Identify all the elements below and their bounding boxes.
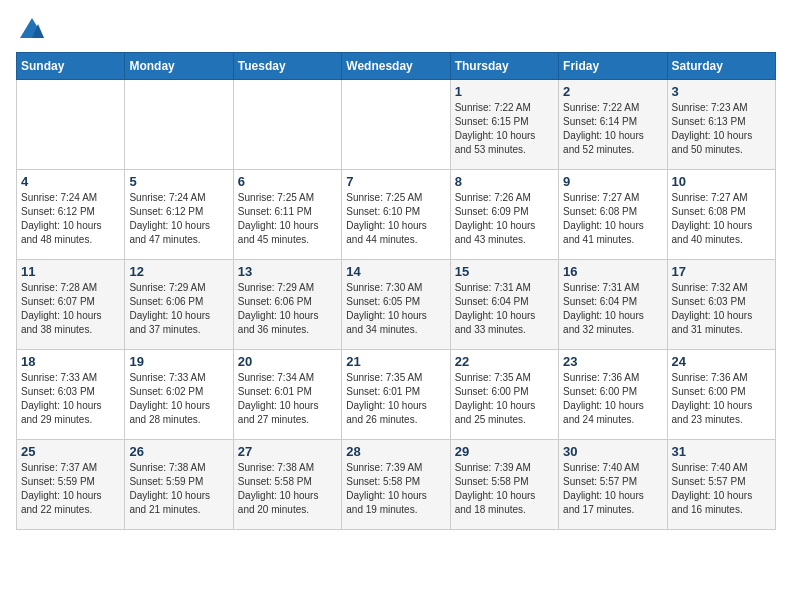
header-wednesday: Wednesday: [342, 53, 450, 80]
day-number: 4: [21, 174, 120, 189]
day-number: 6: [238, 174, 337, 189]
page-header: [16, 16, 776, 44]
day-cell: 4Sunrise: 7:24 AM Sunset: 6:12 PM Daylig…: [17, 170, 125, 260]
day-cell: 28Sunrise: 7:39 AM Sunset: 5:58 PM Dayli…: [342, 440, 450, 530]
day-cell: 21Sunrise: 7:35 AM Sunset: 6:01 PM Dayli…: [342, 350, 450, 440]
day-number: 8: [455, 174, 554, 189]
week-row-1: 4Sunrise: 7:24 AM Sunset: 6:12 PM Daylig…: [17, 170, 776, 260]
header-sunday: Sunday: [17, 53, 125, 80]
day-number: 30: [563, 444, 662, 459]
day-cell: 19Sunrise: 7:33 AM Sunset: 6:02 PM Dayli…: [125, 350, 233, 440]
day-cell: [233, 80, 341, 170]
day-number: 17: [672, 264, 771, 279]
day-number: 28: [346, 444, 445, 459]
day-number: 18: [21, 354, 120, 369]
day-number: 27: [238, 444, 337, 459]
day-cell: [342, 80, 450, 170]
day-cell: 29Sunrise: 7:39 AM Sunset: 5:58 PM Dayli…: [450, 440, 558, 530]
day-info: Sunrise: 7:29 AM Sunset: 6:06 PM Dayligh…: [129, 281, 228, 337]
day-info: Sunrise: 7:28 AM Sunset: 6:07 PM Dayligh…: [21, 281, 120, 337]
day-number: 29: [455, 444, 554, 459]
day-info: Sunrise: 7:24 AM Sunset: 6:12 PM Dayligh…: [21, 191, 120, 247]
day-cell: 16Sunrise: 7:31 AM Sunset: 6:04 PM Dayli…: [559, 260, 667, 350]
day-info: Sunrise: 7:40 AM Sunset: 5:57 PM Dayligh…: [563, 461, 662, 517]
day-cell: [17, 80, 125, 170]
day-cell: 20Sunrise: 7:34 AM Sunset: 6:01 PM Dayli…: [233, 350, 341, 440]
day-cell: 13Sunrise: 7:29 AM Sunset: 6:06 PM Dayli…: [233, 260, 341, 350]
day-number: 19: [129, 354, 228, 369]
day-info: Sunrise: 7:39 AM Sunset: 5:58 PM Dayligh…: [455, 461, 554, 517]
week-row-3: 18Sunrise: 7:33 AM Sunset: 6:03 PM Dayli…: [17, 350, 776, 440]
day-info: Sunrise: 7:35 AM Sunset: 6:01 PM Dayligh…: [346, 371, 445, 427]
day-number: 12: [129, 264, 228, 279]
header-thursday: Thursday: [450, 53, 558, 80]
day-info: Sunrise: 7:32 AM Sunset: 6:03 PM Dayligh…: [672, 281, 771, 337]
day-cell: 17Sunrise: 7:32 AM Sunset: 6:03 PM Dayli…: [667, 260, 775, 350]
day-cell: 10Sunrise: 7:27 AM Sunset: 6:08 PM Dayli…: [667, 170, 775, 260]
day-cell: 7Sunrise: 7:25 AM Sunset: 6:10 PM Daylig…: [342, 170, 450, 260]
day-number: 23: [563, 354, 662, 369]
day-cell: 5Sunrise: 7:24 AM Sunset: 6:12 PM Daylig…: [125, 170, 233, 260]
day-info: Sunrise: 7:31 AM Sunset: 6:04 PM Dayligh…: [563, 281, 662, 337]
day-cell: 2Sunrise: 7:22 AM Sunset: 6:14 PM Daylig…: [559, 80, 667, 170]
day-info: Sunrise: 7:35 AM Sunset: 6:00 PM Dayligh…: [455, 371, 554, 427]
day-number: 2: [563, 84, 662, 99]
logo-icon: [18, 16, 46, 44]
day-info: Sunrise: 7:25 AM Sunset: 6:11 PM Dayligh…: [238, 191, 337, 247]
week-row-0: 1Sunrise: 7:22 AM Sunset: 6:15 PM Daylig…: [17, 80, 776, 170]
day-cell: 6Sunrise: 7:25 AM Sunset: 6:11 PM Daylig…: [233, 170, 341, 260]
day-cell: 27Sunrise: 7:38 AM Sunset: 5:58 PM Dayli…: [233, 440, 341, 530]
day-number: 10: [672, 174, 771, 189]
day-info: Sunrise: 7:37 AM Sunset: 5:59 PM Dayligh…: [21, 461, 120, 517]
day-info: Sunrise: 7:26 AM Sunset: 6:09 PM Dayligh…: [455, 191, 554, 247]
day-cell: [125, 80, 233, 170]
day-cell: 1Sunrise: 7:22 AM Sunset: 6:15 PM Daylig…: [450, 80, 558, 170]
day-number: 15: [455, 264, 554, 279]
day-cell: 18Sunrise: 7:33 AM Sunset: 6:03 PM Dayli…: [17, 350, 125, 440]
day-number: 3: [672, 84, 771, 99]
day-info: Sunrise: 7:22 AM Sunset: 6:14 PM Dayligh…: [563, 101, 662, 157]
day-info: Sunrise: 7:36 AM Sunset: 6:00 PM Dayligh…: [672, 371, 771, 427]
header-tuesday: Tuesday: [233, 53, 341, 80]
week-row-4: 25Sunrise: 7:37 AM Sunset: 5:59 PM Dayli…: [17, 440, 776, 530]
day-number: 11: [21, 264, 120, 279]
day-cell: 30Sunrise: 7:40 AM Sunset: 5:57 PM Dayli…: [559, 440, 667, 530]
day-cell: 23Sunrise: 7:36 AM Sunset: 6:00 PM Dayli…: [559, 350, 667, 440]
day-number: 7: [346, 174, 445, 189]
week-row-2: 11Sunrise: 7:28 AM Sunset: 6:07 PM Dayli…: [17, 260, 776, 350]
day-cell: 8Sunrise: 7:26 AM Sunset: 6:09 PM Daylig…: [450, 170, 558, 260]
day-number: 21: [346, 354, 445, 369]
day-info: Sunrise: 7:29 AM Sunset: 6:06 PM Dayligh…: [238, 281, 337, 337]
day-cell: 11Sunrise: 7:28 AM Sunset: 6:07 PM Dayli…: [17, 260, 125, 350]
day-info: Sunrise: 7:27 AM Sunset: 6:08 PM Dayligh…: [563, 191, 662, 247]
day-cell: 24Sunrise: 7:36 AM Sunset: 6:00 PM Dayli…: [667, 350, 775, 440]
day-number: 22: [455, 354, 554, 369]
day-number: 25: [21, 444, 120, 459]
day-info: Sunrise: 7:40 AM Sunset: 5:57 PM Dayligh…: [672, 461, 771, 517]
day-number: 13: [238, 264, 337, 279]
day-info: Sunrise: 7:30 AM Sunset: 6:05 PM Dayligh…: [346, 281, 445, 337]
day-cell: 31Sunrise: 7:40 AM Sunset: 5:57 PM Dayli…: [667, 440, 775, 530]
day-number: 16: [563, 264, 662, 279]
day-info: Sunrise: 7:33 AM Sunset: 6:03 PM Dayligh…: [21, 371, 120, 427]
calendar-table: SundayMondayTuesdayWednesdayThursdayFrid…: [16, 52, 776, 530]
day-info: Sunrise: 7:39 AM Sunset: 5:58 PM Dayligh…: [346, 461, 445, 517]
day-number: 31: [672, 444, 771, 459]
day-number: 24: [672, 354, 771, 369]
day-cell: 3Sunrise: 7:23 AM Sunset: 6:13 PM Daylig…: [667, 80, 775, 170]
day-info: Sunrise: 7:33 AM Sunset: 6:02 PM Dayligh…: [129, 371, 228, 427]
day-info: Sunrise: 7:34 AM Sunset: 6:01 PM Dayligh…: [238, 371, 337, 427]
day-info: Sunrise: 7:24 AM Sunset: 6:12 PM Dayligh…: [129, 191, 228, 247]
day-info: Sunrise: 7:22 AM Sunset: 6:15 PM Dayligh…: [455, 101, 554, 157]
header-monday: Monday: [125, 53, 233, 80]
day-cell: 9Sunrise: 7:27 AM Sunset: 6:08 PM Daylig…: [559, 170, 667, 260]
day-cell: 12Sunrise: 7:29 AM Sunset: 6:06 PM Dayli…: [125, 260, 233, 350]
day-cell: 15Sunrise: 7:31 AM Sunset: 6:04 PM Dayli…: [450, 260, 558, 350]
logo: [16, 16, 46, 44]
day-info: Sunrise: 7:38 AM Sunset: 5:59 PM Dayligh…: [129, 461, 228, 517]
day-info: Sunrise: 7:25 AM Sunset: 6:10 PM Dayligh…: [346, 191, 445, 247]
day-number: 9: [563, 174, 662, 189]
day-cell: 25Sunrise: 7:37 AM Sunset: 5:59 PM Dayli…: [17, 440, 125, 530]
day-info: Sunrise: 7:23 AM Sunset: 6:13 PM Dayligh…: [672, 101, 771, 157]
header-row: SundayMondayTuesdayWednesdayThursdayFrid…: [17, 53, 776, 80]
